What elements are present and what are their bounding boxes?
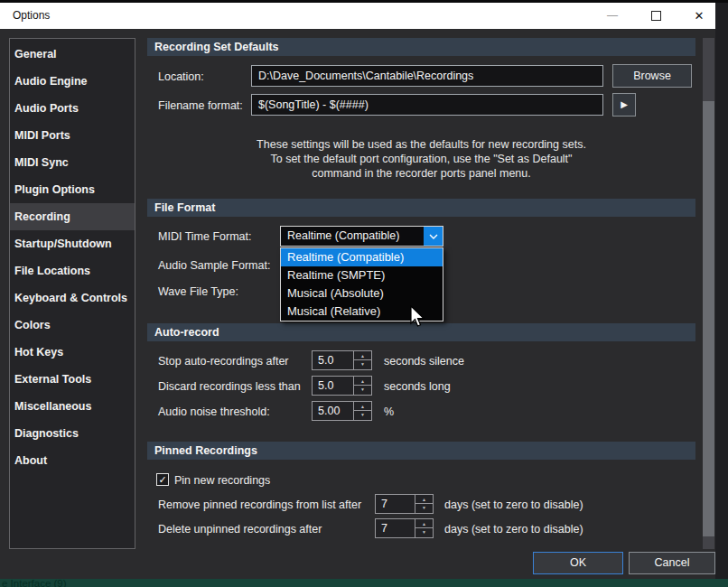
wave-file-type-label: Wave File Type: [158,285,238,298]
background-window-statusbar: e Interface (9) [0,579,728,587]
spinner-up-icon[interactable]: ▲ [354,377,371,386]
close-icon: ✕ [695,9,705,23]
section-header-pinned-recordings: Pinned Recordings [147,442,695,460]
spinner-up-icon[interactable]: ▲ [415,495,433,504]
scrollbar-thumb[interactable] [703,101,714,536]
checkmark-icon: ✓ [158,474,166,485]
sidebar-item-startup-shutdown[interactable]: Startup/Shutdown [10,230,135,257]
sidebar-item-midi-ports[interactable]: MIDI Ports [10,122,135,149]
audio-sample-format-label: Audio Sample Format: [158,259,270,272]
spinner-up-icon[interactable]: ▲ [354,351,371,360]
sidebar-item-general[interactable]: General [10,41,135,68]
dropdown-option-realtime-smpte[interactable]: Realtime (SMPTE) [281,266,443,284]
sidebar-item-miscellaneous[interactable]: Miscellaneous [10,393,135,420]
dropdown-option-musical-absolute[interactable]: Musical (Absolute) [281,284,443,303]
pin-new-recordings-label: Pin new recordings [174,474,270,487]
remove-pinned-value[interactable]: 7 [376,495,415,513]
stop-auto-recordings-value[interactable]: 5.0 [313,351,353,369]
note-line-3: command in the recorder ports panel menu… [147,166,695,181]
discard-recordings-label: Discard recordings less than [158,380,301,393]
browse-button[interactable]: Browse [612,64,692,88]
dropdown-option-realtime-compatible[interactable]: Realtime (Compatible) [281,248,443,266]
spinner-up-icon[interactable]: ▲ [354,402,371,411]
stop-auto-recordings-label: Stop auto-recordings after [158,355,289,368]
stop-auto-recordings-suffix: seconds silence [384,355,464,368]
delete-unpinned-spinner[interactable]: 7 ▲ ▼ [375,518,434,538]
section-header-recording-set-defaults: Recording Set Defaults [147,38,695,56]
scrollbar-track[interactable] [703,38,714,549]
spinner-arrows[interactable]: ▲ ▼ [353,402,371,420]
ok-button[interactable]: OK [533,552,623,574]
sidebar-item-midi-sync[interactable]: MIDI Sync [10,149,135,176]
sidebar-item-recording[interactable]: Recording [10,203,135,230]
background-window-right-edge [715,3,728,579]
delete-unpinned-value[interactable]: 7 [376,519,415,537]
filename-format-label: Filename format: [158,99,243,112]
remove-pinned-spinner[interactable]: 7 ▲ ▼ [375,494,434,514]
spinner-arrows[interactable]: ▲ ▼ [415,519,433,537]
discard-recordings-value[interactable]: 5.0 [313,377,353,395]
minimize-button[interactable]: — [599,3,626,29]
sidebar-item-colors[interactable]: Colors [10,312,135,339]
pin-new-recordings-checkbox[interactable]: ✓ [156,473,169,486]
spinner-down-icon[interactable]: ▼ [354,360,371,369]
maximize-icon [651,11,661,21]
titlebar[interactable]: Options — ✕ [0,3,715,29]
screen: e Interface (9) Options — ✕ General Audi… [0,0,728,587]
audio-noise-threshold-label: Audio noise threshold: [158,405,270,418]
delete-unpinned-suffix: days (set to zero to disable) [444,523,583,536]
play-icon: ▶ [621,99,628,109]
close-button[interactable]: ✕ [686,3,713,29]
mouse-cursor [409,305,427,329]
sidebar-item-keyboard-controls[interactable]: Keyboard & Controls [10,284,135,312]
stop-auto-recordings-spinner[interactable]: 5.0 ▲ ▼ [312,350,372,370]
audio-noise-threshold-spinner[interactable]: 5.00 ▲ ▼ [312,401,372,421]
audio-noise-threshold-value[interactable]: 5.00 [313,402,353,420]
combobox-dropdown-button[interactable] [424,227,443,246]
chevron-down-icon [429,234,438,239]
spinner-down-icon[interactable]: ▼ [354,386,371,395]
cancel-button[interactable]: Cancel [629,552,715,574]
spinner-down-icon[interactable]: ▼ [415,504,433,513]
location-input[interactable]: D:\Dave_Documents\Cantabile\Recordings [251,65,603,87]
midi-time-format-combobox[interactable]: Realtime (Compatible) [280,226,443,247]
sidebar-item-external-tools[interactable]: External Tools [10,366,135,393]
statusbar-text: e Interface (9) [2,579,67,587]
note-line-2: To set the default port configuration, u… [147,152,695,166]
spinner-down-icon[interactable]: ▼ [415,528,433,537]
remove-pinned-label: Remove pinned recordings from list after [158,498,361,511]
sidebar: General Audio Engine Audio Ports MIDI Po… [9,38,135,549]
filename-format-input[interactable]: $(SongTitle) - $(####) [251,94,603,116]
location-label: Location: [158,70,204,83]
maximize-button[interactable] [642,3,669,29]
options-dialog: Options — ✕ General Audio Engine Audio P… [0,3,715,579]
sidebar-item-file-locations[interactable]: File Locations [10,257,135,284]
discard-recordings-spinner[interactable]: 5.0 ▲ ▼ [312,376,372,396]
sidebar-item-hot-keys[interactable]: Hot Keys [10,339,135,366]
audio-noise-threshold-suffix: % [384,405,394,418]
sidebar-item-audio-engine[interactable]: Audio Engine [10,68,135,95]
note-line-1: These settings will be used as the defau… [147,137,695,152]
defaults-note: These settings will be used as the defau… [147,137,695,181]
spinner-arrows[interactable]: ▲ ▼ [353,377,371,395]
discard-recordings-suffix: seconds long [384,380,451,393]
sidebar-item-plugin-options[interactable]: Plugin Options [10,176,135,203]
minimize-icon: — [607,9,618,22]
spinner-arrows[interactable]: ▲ ▼ [415,495,433,513]
window-title: Options [13,3,50,29]
spinner-arrows[interactable]: ▲ ▼ [353,351,371,369]
spinner-up-icon[interactable]: ▲ [415,519,433,528]
spinner-down-icon[interactable]: ▼ [354,411,371,420]
midi-time-format-value: Realtime (Compatible) [281,227,424,246]
sidebar-item-about[interactable]: About [10,447,135,474]
delete-unpinned-label: Delete unpinned recordings after [158,523,322,536]
sidebar-item-diagnostics[interactable]: Diagnostics [10,420,135,447]
filename-format-menu-button[interactable]: ▶ [612,93,636,116]
midi-time-format-label: MIDI Time Format: [158,230,251,243]
sidebar-item-audio-ports[interactable]: Audio Ports [10,95,135,122]
section-header-file-format: File Format [147,199,695,217]
remove-pinned-suffix: days (set to zero to disable) [444,498,583,511]
